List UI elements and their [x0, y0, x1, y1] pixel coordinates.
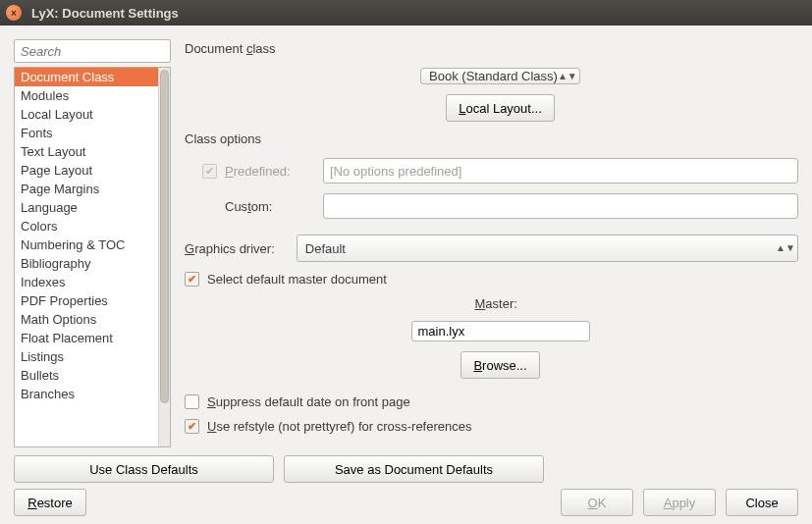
sidebar-item[interactable]: Text Layout — [15, 142, 158, 161]
ok-button[interactable]: OK — [561, 489, 633, 516]
restore-button[interactable]: Restore — [14, 489, 86, 516]
sidebar-item[interactable]: Local Layout — [15, 105, 158, 124]
sidebar-item[interactable]: Listings — [15, 347, 158, 366]
select-master-checkbox[interactable] — [185, 272, 199, 287]
sidebar-item[interactable]: Page Layout — [15, 161, 158, 180]
scroll-thumb[interactable] — [160, 70, 169, 403]
custom-field[interactable] — [323, 193, 798, 219]
defaults-bar: Use Class Defaults Save as Document Defa… — [14, 455, 798, 483]
sidebar-item[interactable]: Fonts — [15, 124, 158, 142]
use-class-defaults-button[interactable]: Use Class Defaults — [14, 455, 274, 483]
select-master-label: Select default master document — [207, 272, 387, 287]
action-bar: Restore OK Apply Close — [14, 489, 798, 516]
combo-arrows-icon: ▲▼ — [558, 74, 571, 79]
predefined-field — [323, 158, 798, 183]
sidebar-item[interactable]: Modules — [15, 86, 158, 105]
custom-label: Custom: — [225, 199, 315, 214]
content: Document ClassModulesLocal LayoutFontsTe… — [0, 26, 812, 524]
sidebar-item[interactable]: Page Margins — [15, 180, 158, 198]
sidebar-item[interactable]: Float Placement — [15, 329, 158, 347]
sidebar-item[interactable]: Bibliography — [15, 254, 158, 273]
refstyle-label: Use refstyle (not prettyref) for cross-r… — [207, 419, 471, 434]
save-doc-defaults-button[interactable]: Save as Document Defaults — [284, 455, 544, 483]
document-class-combo[interactable]: Book (Standard Class) ▲▼ — [420, 68, 580, 84]
apply-button[interactable]: Apply — [643, 489, 716, 516]
master-field[interactable] — [411, 321, 590, 341]
predefined-label: Predefined: — [225, 164, 315, 179]
category-list[interactable]: Document ClassModulesLocal LayoutFontsTe… — [15, 68, 158, 446]
predefined-checkbox — [202, 164, 217, 179]
browse-button[interactable]: Browse... — [460, 351, 539, 379]
local-layout-button[interactable]: Local Layout... — [446, 94, 555, 122]
suppress-date-label: Suppress default date on front page — [207, 394, 410, 409]
close-button[interactable]: Close — [726, 489, 798, 516]
main-panel: Document class Book (Standard Class) ▲▼ … — [185, 39, 798, 447]
graphics-value: Default — [305, 241, 776, 256]
sidebar-item[interactable]: Bullets — [15, 366, 158, 385]
sidebar-item[interactable]: Numbering & TOC — [15, 236, 158, 254]
sidebar-item[interactable]: Math Options — [15, 310, 158, 329]
sidebar-item[interactable]: Document Class — [15, 68, 158, 86]
search-input[interactable] — [14, 39, 171, 63]
sidebar-item[interactable]: Indexes — [15, 273, 158, 291]
sidebar: Document ClassModulesLocal LayoutFontsTe… — [14, 39, 171, 447]
titlebar: × LyX: Document Settings — [0, 0, 812, 26]
refstyle-checkbox[interactable] — [185, 419, 199, 434]
master-label: Master: — [475, 296, 526, 311]
combo-arrows-icon: ▲▼ — [776, 245, 789, 251]
scrollbar[interactable] — [158, 68, 170, 446]
close-icon[interactable]: × — [6, 5, 22, 21]
sidebar-item[interactable]: Branches — [15, 385, 158, 403]
sidebar-item[interactable]: Language — [15, 198, 158, 217]
class-options-heading: Class options — [185, 131, 798, 146]
sidebar-item[interactable]: Colors — [15, 217, 158, 236]
document-class-value: Book (Standard Class) — [429, 69, 558, 83]
sidebar-item[interactable]: PDF Properties — [15, 291, 158, 310]
document-class-heading: Document class — [185, 41, 798, 56]
graphics-label: Graphics driver: — [185, 241, 275, 256]
graphics-combo[interactable]: Default ▲▼ — [297, 235, 798, 262]
window-title: LyX: Document Settings — [31, 6, 179, 21]
suppress-date-checkbox[interactable] — [185, 394, 199, 409]
